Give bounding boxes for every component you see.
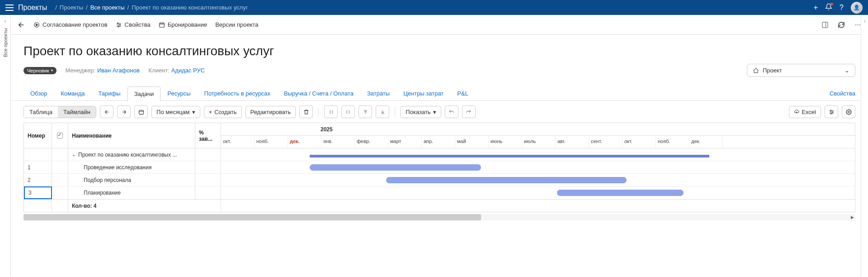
approval-button[interactable]: Согласование проектов: [33, 21, 108, 28]
svg-point-8: [832, 111, 833, 112]
scroll-right-icon[interactable]: ▶: [849, 214, 855, 220]
row-number[interactable]: 1: [24, 161, 52, 173]
month-header: дек.: [689, 136, 723, 148]
edit-button[interactable]: Редактировать: [245, 106, 296, 118]
row-number[interactable]: 2: [24, 174, 52, 186]
nav-right-icon[interactable]: [117, 105, 131, 118]
row-number[interactable]: [24, 148, 52, 161]
booking-button[interactable]: Бронирование: [159, 21, 208, 28]
month-header: янв.: [321, 136, 355, 148]
excel-button[interactable]: Excel: [789, 106, 821, 118]
col-header-checkbox[interactable]: [52, 123, 68, 148]
gantt-row[interactable]: 1Проведение исследования: [24, 161, 855, 174]
month-header: нояб.: [656, 136, 689, 148]
move-down-icon[interactable]: [376, 105, 389, 118]
gantt-row[interactable]: 2Подбор персонала: [24, 174, 855, 186]
month-header: сент.: [589, 136, 623, 148]
gantt-row[interactable]: ⌄Проект по оказанию консалтинговых ...: [24, 148, 855, 161]
project-switcher[interactable]: Проект ⌄: [747, 64, 855, 77]
row-name[interactable]: Подбор персонала: [68, 174, 195, 186]
home-icon: [753, 67, 759, 74]
bell-icon[interactable]: [825, 3, 832, 12]
row-checkbox[interactable]: [52, 148, 68, 161]
back-icon[interactable]: [17, 21, 25, 29]
page-title: Проект по оказанию консалтинговых услуг: [24, 44, 855, 58]
delete-icon[interactable]: [299, 105, 313, 118]
month-header: март: [388, 136, 422, 148]
row-number[interactable]: 3: [24, 186, 52, 199]
gantt-task-bar[interactable]: [557, 190, 684, 196]
scroll-thumb[interactable]: [24, 214, 481, 220]
settings-icon[interactable]: [842, 105, 855, 118]
create-button[interactable]: +Создать: [204, 106, 242, 118]
left-rail: › Все проекты: [0, 15, 11, 220]
properties-button[interactable]: Свойства: [116, 21, 151, 28]
row-checkbox[interactable]: [52, 174, 68, 186]
panel-icon[interactable]: [821, 21, 829, 29]
app-title: Проекты: [18, 4, 47, 12]
gantt-summary-bar[interactable]: [310, 155, 709, 158]
breadcrumb-sep: /: [55, 4, 57, 11]
col-header-pct[interactable]: % зав...: [195, 123, 221, 148]
tab-resource-need[interactable]: Потребность в ресурсах: [198, 86, 278, 100]
nav-left-icon[interactable]: [100, 105, 113, 118]
tab-costs[interactable]: Затраты: [360, 86, 396, 100]
tab-resources[interactable]: Ресурсы: [160, 86, 197, 100]
menu-icon[interactable]: [5, 5, 14, 11]
breadcrumb-item[interactable]: Проект по оказанию консалтинговых услуг: [132, 4, 248, 11]
right-rail-expand-icon[interactable]: ‹: [864, 19, 865, 220]
refresh-icon[interactable]: [837, 21, 845, 29]
col-header-name[interactable]: Наименование: [68, 123, 195, 148]
versions-button[interactable]: Версии проекта: [215, 21, 258, 28]
scale-dropdown[interactable]: По месяцам▾: [151, 106, 200, 118]
gantt-task-bar[interactable]: [310, 164, 481, 171]
row-checkbox[interactable]: [52, 161, 68, 173]
tab-rates[interactable]: Тарифы: [92, 86, 127, 100]
redo-icon[interactable]: [462, 105, 476, 118]
breadcrumb: / Проекты / Все проекты / Проект по оказ…: [52, 4, 248, 11]
row-name[interactable]: Проведение исследования: [68, 161, 195, 173]
rail-expand-icon[interactable]: ›: [5, 19, 6, 24]
tab-overview[interactable]: Обзор: [24, 86, 54, 100]
client-link[interactable]: Адидас РУС: [171, 67, 205, 74]
tab-cost-centers[interactable]: Центры затрат: [396, 86, 450, 100]
view-timeline-button[interactable]: Таймлайн: [58, 106, 96, 118]
svg-point-7: [830, 110, 831, 111]
breadcrumb-item[interactable]: Все проекты: [90, 4, 125, 11]
row-pct: [195, 161, 221, 173]
toolbar: Согласование проектов Свойства Бронирова…: [11, 15, 868, 35]
add-icon[interactable]: +: [814, 4, 818, 12]
gantt-row[interactable]: 3Планирование: [24, 186, 855, 199]
row-name[interactable]: Планирование: [68, 186, 195, 199]
help-icon[interactable]: ?: [840, 4, 844, 12]
actionbar: Таблица Таймлайн По месяцам▾ +Создать Ре…: [11, 101, 868, 123]
horizontal-scrollbar[interactable]: ◀ ▶: [24, 214, 855, 220]
outdent-icon[interactable]: [324, 105, 338, 118]
status-badge[interactable]: Черновик: [24, 67, 57, 74]
indent-icon[interactable]: [341, 105, 355, 118]
gantt-year: 2025: [321, 126, 333, 133]
avatar[interactable]: 👤: [851, 2, 863, 14]
move-up-icon[interactable]: [359, 105, 372, 118]
tab-revenue[interactable]: Выручка / Счета / Оплата: [277, 86, 360, 100]
tab-team[interactable]: Команда: [54, 86, 92, 100]
calendar-icon[interactable]: [134, 105, 148, 118]
row-name[interactable]: ⌄Проект по оказанию консалтинговых ...: [68, 148, 195, 161]
view-table-button[interactable]: Таблица: [24, 106, 58, 118]
filters-icon[interactable]: [825, 105, 838, 118]
tab-properties-link[interactable]: Свойства: [830, 86, 855, 100]
breadcrumb-item[interactable]: Проекты: [60, 4, 83, 11]
tab-pl[interactable]: P&L: [450, 86, 475, 100]
gantt-footer-count: Кол-во: 4: [68, 200, 100, 212]
undo-icon[interactable]: [445, 105, 458, 118]
month-header: нояб.: [255, 136, 288, 148]
gantt-task-bar[interactable]: [386, 177, 627, 183]
tab-tasks[interactable]: Задачи: [127, 86, 161, 101]
row-checkbox[interactable]: [52, 186, 68, 199]
rail-label[interactable]: Все проекты: [3, 28, 8, 57]
month-header: дек.: [288, 136, 321, 148]
show-dropdown[interactable]: Показать▾: [401, 106, 441, 118]
gantt-chart: Номер Наименование % зав... 2025 окт.ноя…: [24, 123, 855, 212]
manager-link[interactable]: Иван Агафонов: [97, 67, 140, 74]
col-header-number[interactable]: Номер: [24, 123, 52, 148]
